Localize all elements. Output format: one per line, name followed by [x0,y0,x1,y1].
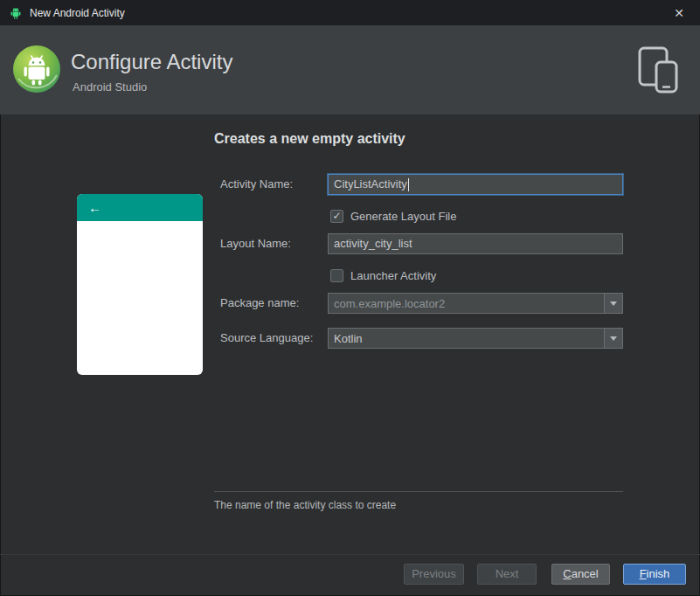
window-title: New Android Activity [30,7,667,19]
chevron-down-icon [610,301,617,306]
wizard-title: Configure Activity [71,50,232,74]
wizard-subtitle: Android Studio [73,80,147,94]
package-name-value: com.example.locator2 [329,297,604,310]
package-name-dropdown-button[interactable] [604,294,622,313]
chevron-down-icon [610,336,617,341]
android-robot-icon [9,6,23,20]
package-name-label: Package name: [220,293,325,314]
wizard-header: Configure Activity Android Studio [0,25,700,114]
page-title: Creates a new empty activity [214,131,405,147]
generate-layout-checkbox[interactable]: ✓ [330,210,343,223]
launcher-activity-label: Launcher Activity [350,269,436,282]
wizard-body: Creates a new empty activity ← Activity … [0,114,700,596]
previous-button[interactable]: Previous [404,564,464,585]
package-name-combobox[interactable]: com.example.locator2 [328,293,623,314]
layout-name-label: Layout Name: [220,233,325,254]
preview-appbar: ← [77,194,203,221]
source-language-dropdown[interactable]: Kotlin [328,328,623,349]
text-caret [408,178,409,191]
back-arrow-icon: ← [88,200,101,215]
layout-name-value: activity_city_list [334,234,412,253]
activity-name-input[interactable]: CityListActivity [328,174,623,195]
hint-separator [214,491,623,492]
layout-name-input[interactable]: activity_city_list [328,233,623,254]
hint-text: The name of the activity class to create [214,499,396,511]
source-language-value: Kotlin [329,332,604,345]
activity-name-label: Activity Name: [220,174,325,195]
launcher-activity-checkbox[interactable] [330,269,343,282]
generate-layout-checkbox-row[interactable]: ✓ Generate Layout File [330,209,456,223]
android-studio-logo [11,44,62,94]
launcher-activity-checkbox-row[interactable]: Launcher Activity [330,268,436,282]
checkmark-icon: ✓ [332,211,341,221]
activity-preview-thumbnail: ← [77,194,203,375]
phone-and-tablet-icon [637,46,679,94]
button-bar-separator [0,554,700,555]
generate-layout-label: Generate Layout File [350,210,456,223]
activity-name-value: CityListActivity [334,175,407,194]
close-icon[interactable]: ✕ [667,0,691,25]
source-language-label: Source Language: [220,328,325,349]
cancel-button[interactable]: Cancel [551,564,610,585]
new-android-activity-dialog: { "window": { "title": "New Android Acti… [0,0,700,596]
next-button[interactable]: Next [477,564,537,585]
window-titlebar: New Android Activity ✕ [0,0,700,25]
source-language-dropdown-button[interactable] [604,329,622,348]
finish-button[interactable]: Finish [623,564,686,585]
